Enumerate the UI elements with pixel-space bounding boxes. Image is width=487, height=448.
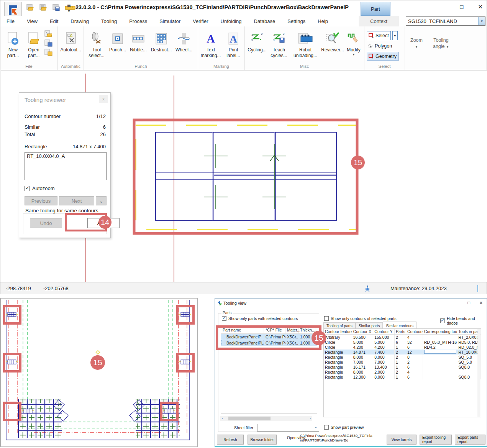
maximize-button[interactable]: □ bbox=[460, 3, 463, 10]
show-part-preview-checkbox[interactable] bbox=[324, 425, 329, 430]
col-parts[interactable]: Parts bbox=[395, 329, 406, 334]
machine-select[interactable]: SG1530_TCFINLAND ▼ bbox=[406, 16, 485, 26]
export-tooling-report-button[interactable]: Export tooling report bbox=[420, 435, 452, 445]
show-only-parts-checkbox[interactable] bbox=[222, 316, 226, 321]
menu-item-file[interactable]: File bbox=[0, 16, 21, 26]
save-copy-icon[interactable] bbox=[44, 49, 53, 56]
tv-minimize-button[interactable]: ─ bbox=[455, 300, 458, 305]
print-label-button[interactable]: A Print label... bbox=[223, 30, 244, 59]
menu-item-help[interactable]: Help bbox=[312, 16, 334, 26]
menu-item-database[interactable]: Database bbox=[248, 16, 282, 26]
contours-table-header[interactable]: Contour feature Contour X Contour Y Part… bbox=[324, 329, 481, 335]
sheet-view-panel[interactable]: 15 bbox=[0, 298, 198, 447]
nibble-button[interactable]: Nibble... bbox=[128, 30, 149, 53]
col-corresponding-tooling[interactable]: Corresponding tooling bbox=[423, 329, 457, 334]
menu-item-simulator[interactable]: Simulator bbox=[153, 16, 187, 26]
menu-item-context[interactable]: Context bbox=[359, 16, 399, 26]
hide-bends-checkbox[interactable] bbox=[440, 318, 445, 323]
contour-row[interactable]: Rectangle8.0002.00024 bbox=[324, 369, 481, 374]
geometry-button[interactable]: Geometry bbox=[367, 52, 398, 61]
modify-button[interactable]: Modify ▼ bbox=[344, 30, 363, 57]
col-contour-feature[interactable]: Contour feature bbox=[324, 329, 352, 334]
contour-row[interactable]: Rectangle7.0007.00012SQ_5.0 bbox=[324, 359, 481, 364]
col-contour-y[interactable]: Contour Y bbox=[373, 329, 395, 334]
select-button[interactable]: Select bbox=[367, 31, 391, 40]
export-parts-report-button[interactable]: Export parts report bbox=[455, 435, 485, 445]
close-button[interactable]: ✕ bbox=[478, 3, 483, 10]
undo-button[interactable]: Undo bbox=[30, 218, 62, 228]
contours-vscrollbar[interactable] bbox=[477, 329, 480, 417]
contour-row[interactable]: Rectangle12.3008.00016SQ8.0 bbox=[324, 374, 481, 379]
menu-item-view[interactable]: View bbox=[21, 16, 44, 26]
menu-item-settings[interactable]: Settings bbox=[281, 16, 312, 26]
save-part-icon[interactable] bbox=[52, 3, 61, 12]
ribbon-collapse-icon[interactable]: ▀▼ bbox=[66, 5, 72, 13]
menu-item-process[interactable]: Process bbox=[123, 16, 153, 26]
contour-row[interactable]: Circle5.0005.000632RD_05.0_MTH-16RD5.0, … bbox=[324, 340, 481, 345]
main-window: ▀▼ 23.0.3.0 - C:\Prima Power\ncexpress\S… bbox=[0, 0, 487, 294]
zoom-dropdown-icon[interactable]: ▼ bbox=[415, 45, 418, 49]
new-part-button[interactable]: New part... bbox=[3, 30, 23, 59]
menu-item-verifier[interactable]: Verifier bbox=[187, 16, 214, 26]
contour-row[interactable]: Rectangle16.17113.40016SQ8.0 bbox=[324, 364, 481, 369]
scroll-thumb[interactable] bbox=[228, 417, 271, 420]
show-only-contours-checkbox[interactable] bbox=[324, 316, 329, 321]
contour-row[interactable]: Rectangle8.0008.00028SQ_5.0 bbox=[324, 354, 481, 359]
tooling-angle-dropdown-icon[interactable]: ▼ bbox=[446, 45, 449, 49]
sheet-filter-select[interactable] bbox=[257, 424, 319, 432]
view-turrets-button[interactable]: View turrets bbox=[387, 435, 416, 445]
next-button[interactable]: Next bbox=[59, 196, 94, 205]
context-tab-part[interactable]: Part bbox=[361, 2, 390, 16]
open-part-button[interactable]: Open part... bbox=[23, 30, 44, 59]
tooling-view-titlebar[interactable]: Tooling view ─ □ ✕ bbox=[215, 299, 487, 308]
tool-select-button[interactable]: Tool select... bbox=[85, 30, 108, 59]
col-contours[interactable]: Contours bbox=[406, 329, 423, 334]
contour-row[interactable]: Rectangle14.8717.400212RT_10.0X04.0_A bbox=[324, 350, 481, 354]
svg-text:2: 2 bbox=[283, 32, 285, 36]
reviewer-button[interactable]: Reviewer... bbox=[321, 30, 344, 53]
browse-folder-button[interactable]: Browse folder bbox=[248, 435, 277, 445]
teach-cycles-button[interactable]: 123 Teach cycles... bbox=[268, 30, 290, 59]
contour-row[interactable]: Arbitrary36.500155.00024RT_2.0X010.0, R.… bbox=[324, 335, 481, 340]
tab-similar-contours[interactable]: Similar contours bbox=[383, 322, 416, 329]
next-more-button[interactable]: ⌄ bbox=[96, 196, 107, 205]
export-part-icon[interactable] bbox=[44, 30, 53, 38]
open-part-icon[interactable] bbox=[26, 3, 35, 12]
save-as-icon[interactable] bbox=[44, 39, 53, 47]
punch-button[interactable]: Punch... bbox=[108, 30, 128, 53]
dialog-close-icon[interactable]: x bbox=[99, 95, 108, 103]
menu-item-edit[interactable]: Edit bbox=[44, 16, 64, 26]
cycling-button[interactable]: 123 Cycling... bbox=[246, 30, 268, 53]
refresh-button[interactable]: Refresh bbox=[217, 435, 244, 445]
menu-item-drawing[interactable]: Drawing bbox=[64, 16, 95, 26]
text-marking-button[interactable]: A Text marking... bbox=[199, 30, 223, 59]
open-with-settings-icon[interactable] bbox=[39, 3, 48, 12]
previous-button[interactable]: Previous bbox=[25, 196, 57, 205]
select-dropdown-icon[interactable]: ▼ bbox=[392, 31, 398, 40]
tv-maximize-button[interactable]: □ bbox=[467, 300, 470, 305]
tool-listbox[interactable]: RT_10.0X04.0_A bbox=[25, 152, 107, 180]
menu-item-tooling[interactable]: Tooling bbox=[95, 16, 123, 26]
tool-list-item[interactable]: RT_10.0X04.0_A bbox=[27, 153, 65, 159]
destruct-button[interactable]: Destruct... bbox=[149, 30, 174, 53]
autotool-button[interactable]: Autotool... bbox=[59, 30, 83, 53]
col-contour-x[interactable]: Contour X bbox=[352, 329, 374, 334]
modify-dropdown-icon[interactable]: ▼ bbox=[352, 53, 355, 57]
sheet-drawing bbox=[1, 299, 197, 446]
parts-hscrollbar[interactable]: ‹› bbox=[220, 416, 312, 421]
robot-unloading-button[interactable]: Robot unloading... bbox=[290, 30, 321, 59]
contours-table[interactable]: Contour feature Contour X Contour Y Part… bbox=[323, 328, 481, 417]
minimize-button[interactable]: ─ bbox=[441, 3, 446, 10]
chevron-down-icon[interactable]: ▼ bbox=[478, 17, 485, 25]
tv-close-button[interactable]: ✕ bbox=[479, 300, 483, 305]
autozoom-checkbox[interactable] bbox=[25, 186, 30, 191]
polygon-button[interactable]: Polygon bbox=[367, 41, 398, 51]
tooling-angle-button[interactable]: Tooling angle ▼ bbox=[430, 37, 453, 70]
modify-icon bbox=[347, 30, 361, 47]
corresponding-tooling-edit[interactable] bbox=[424, 350, 456, 354]
zoom-button[interactable]: Zoom▼ bbox=[410, 37, 423, 70]
menu-item-unfolding[interactable]: Unfolding bbox=[215, 16, 248, 26]
contour-row[interactable]: Circle4.2004.20016RD4.2RD_02.0_MTH-16 bbox=[324, 345, 481, 350]
wheel-button[interactable]: Wheel... bbox=[174, 30, 194, 53]
modify-label: Modify bbox=[347, 47, 360, 53]
